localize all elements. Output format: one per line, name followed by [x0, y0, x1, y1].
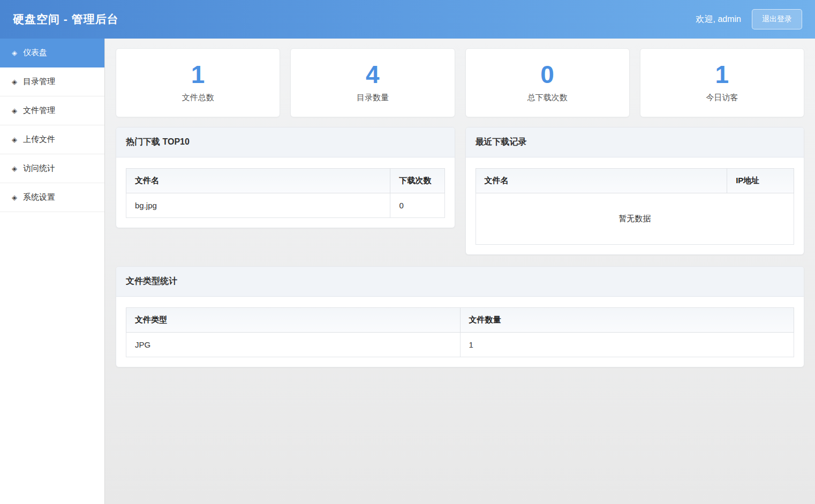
welcome-user-text: 欢迎, admin — [696, 14, 741, 25]
column-header-filename: 文件名 — [126, 169, 390, 193]
sidebar-item-label: 访问统计 — [23, 163, 55, 174]
column-header-download-count: 下载次数 — [390, 169, 444, 193]
header-right-group: 欢迎, admin 退出登录 — [696, 9, 802, 29]
table-row: bg.jpg 0 — [126, 193, 445, 218]
diamond-icon: ◈ — [12, 49, 17, 57]
sidebar-item-file-management[interactable]: ◈ 文件管理 — [0, 96, 104, 125]
main-content: 1 文件总数 4 目录数量 0 总下载次数 1 今日访客 热门下载 TOP10 — [105, 39, 815, 504]
app-title: 硬盘空间 - 管理后台 — [13, 12, 119, 27]
stat-card-total-downloads: 0 总下载次数 — [465, 48, 630, 117]
cell-file-count: 1 — [460, 333, 794, 357]
column-header-filename: 文件名 — [476, 169, 727, 193]
panel-hot-downloads: 热门下载 TOP10 文件名 下载次数 bg.jpg 0 — [116, 127, 455, 228]
panel-title: 文件类型统计 — [116, 267, 804, 297]
sidebar-item-label: 文件管理 — [23, 106, 55, 116]
sidebar-nav: ◈ 仪表盘 ◈ 目录管理 ◈ 文件管理 ◈ 上传文件 ◈ 访问统计 ◈ 系统设置 — [0, 39, 105, 504]
stat-value: 1 — [640, 61, 804, 88]
table-header-row: 文件类型 文件数量 — [126, 308, 794, 333]
panel-body: 文件类型 文件数量 JPG 1 — [116, 297, 804, 367]
file-types-table: 文件类型 文件数量 JPG 1 — [126, 307, 794, 357]
cell-filename: bg.jpg — [126, 193, 390, 218]
main-layout: ◈ 仪表盘 ◈ 目录管理 ◈ 文件管理 ◈ 上传文件 ◈ 访问统计 ◈ 系统设置… — [0, 39, 815, 504]
sidebar-item-visit-stats[interactable]: ◈ 访问统计 — [0, 154, 104, 183]
cell-file-type: JPG — [126, 333, 461, 357]
sidebar-item-label: 目录管理 — [23, 77, 55, 87]
panel-body: 文件名 IP地址 暂无数据 — [466, 157, 804, 254]
table-header-row: 文件名 下载次数 — [126, 169, 445, 193]
sidebar-item-label: 仪表盘 — [23, 48, 47, 58]
diamond-icon: ◈ — [12, 136, 17, 144]
panel-title: 最近下载记录 — [466, 127, 804, 157]
diamond-icon: ◈ — [12, 193, 17, 201]
table-header-row: 文件名 IP地址 — [476, 169, 794, 193]
stat-label: 总下载次数 — [466, 93, 629, 103]
column-header-ip-address: IP地址 — [727, 169, 794, 193]
panels-row: 热门下载 TOP10 文件名 下载次数 bg.jpg 0 — [116, 127, 804, 255]
sidebar-item-system-settings[interactable]: ◈ 系统设置 — [0, 183, 104, 212]
empty-state-text: 暂无数据 — [476, 193, 794, 245]
sidebar-item-label: 系统设置 — [23, 192, 55, 202]
stat-label: 目录数量 — [291, 93, 454, 103]
panel-title: 热门下载 TOP10 — [116, 127, 455, 157]
top-header-bar: 硬盘空间 - 管理后台 欢迎, admin 退出登录 — [0, 0, 815, 39]
panel-recent-downloads: 最近下载记录 文件名 IP地址 暂无数据 — [465, 127, 805, 255]
stat-label: 文件总数 — [116, 93, 280, 103]
cell-download-count: 0 — [390, 193, 444, 218]
sidebar-item-dashboard[interactable]: ◈ 仪表盘 — [0, 39, 104, 67]
diamond-icon: ◈ — [12, 78, 17, 86]
panel-file-type-stats: 文件类型统计 文件类型 文件数量 JPG 1 — [116, 266, 804, 367]
column-header-file-type: 文件类型 — [126, 308, 461, 333]
empty-state-row: 暂无数据 — [476, 193, 794, 245]
sidebar-item-label: 上传文件 — [23, 134, 55, 145]
stat-card-total-files: 1 文件总数 — [116, 48, 280, 117]
recent-downloads-table: 文件名 IP地址 暂无数据 — [476, 168, 795, 245]
stats-row: 1 文件总数 4 目录数量 0 总下载次数 1 今日访客 — [116, 48, 804, 117]
stat-value: 4 — [291, 61, 454, 88]
column-header-file-count: 文件数量 — [460, 308, 794, 333]
diamond-icon: ◈ — [12, 164, 17, 172]
logout-button[interactable]: 退出登录 — [752, 9, 802, 29]
stat-label: 今日访客 — [640, 93, 804, 103]
table-row: JPG 1 — [126, 333, 794, 357]
stat-card-directory-count: 4 目录数量 — [290, 48, 455, 117]
stat-value: 0 — [466, 61, 629, 88]
diamond-icon: ◈ — [12, 107, 17, 115]
hot-downloads-table: 文件名 下载次数 bg.jpg 0 — [126, 168, 445, 218]
stat-card-today-visitors: 1 今日访客 — [640, 48, 804, 117]
panel-body: 文件名 下载次数 bg.jpg 0 — [116, 157, 455, 228]
sidebar-item-directory-management[interactable]: ◈ 目录管理 — [0, 67, 104, 96]
stat-value: 1 — [116, 61, 280, 88]
sidebar-item-upload-file[interactable]: ◈ 上传文件 — [0, 125, 104, 154]
